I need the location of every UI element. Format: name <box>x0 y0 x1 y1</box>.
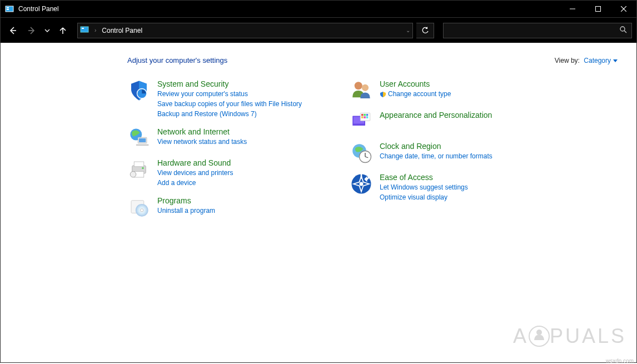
svg-point-42 <box>360 182 364 186</box>
svg-rect-1 <box>7 7 9 8</box>
svg-line-12 <box>624 31 626 33</box>
link-system-security[interactable]: System and Security <box>157 79 302 89</box>
svg-rect-36 <box>366 116 369 118</box>
link-appearance[interactable]: Appearance and Personalization <box>380 110 492 120</box>
control-panel-icon <box>80 25 89 36</box>
breadcrumb-location[interactable]: Control Panel <box>102 27 142 34</box>
svg-rect-2 <box>7 9 9 10</box>
refresh-button[interactable] <box>416 23 434 38</box>
link-network-status[interactable]: View network status and tasks <box>157 137 247 147</box>
address-dropdown-icon[interactable]: ⌄ <box>406 27 410 33</box>
svg-rect-9 <box>81 27 88 32</box>
category-hardware: Hardware and Sound View devices and prin… <box>127 158 316 188</box>
control-panel-icon <box>5 4 14 13</box>
svg-rect-33 <box>366 114 369 116</box>
link-network-internet[interactable]: Network and Internet <box>157 127 247 137</box>
link-hardware-sound[interactable]: Hardware and Sound <box>157 158 233 168</box>
appearance-icon <box>350 110 373 133</box>
link-change-date-time[interactable]: Change date, time, or number formats <box>380 152 492 161</box>
printer-icon <box>127 158 151 181</box>
link-review-status[interactable]: Review your computer's status <box>157 89 302 99</box>
svg-rect-4 <box>596 7 601 12</box>
page-heading: Adjust your computer's settings <box>127 56 555 64</box>
svg-rect-19 <box>134 162 144 167</box>
link-clock-region[interactable]: Clock and Region <box>380 141 492 151</box>
svg-point-27 <box>362 84 369 91</box>
control-panel-window: Control Panel › Control Panel ⌄ Adjust y… <box>0 0 637 363</box>
category-programs: Programs Uninstall a program <box>127 196 316 219</box>
globe-network-icon <box>127 127 151 150</box>
back-button[interactable] <box>5 23 21 38</box>
link-devices-printers[interactable]: View devices and printers <box>157 168 233 178</box>
svg-rect-17 <box>136 144 149 146</box>
svg-point-26 <box>355 82 362 89</box>
uac-shield-icon <box>380 91 386 98</box>
svg-point-22 <box>130 172 136 178</box>
category-ease-of-access: Ease of Access Let Windows suggest setti… <box>350 172 539 202</box>
view-by-label: View by: <box>555 57 580 64</box>
watermark-brand: A PUALS <box>513 325 626 348</box>
link-programs[interactable]: Programs <box>157 196 215 206</box>
chevron-right-icon: › <box>94 27 96 33</box>
address-bar[interactable]: › Control Panel ⌄ <box>77 23 413 38</box>
ease-of-access-icon <box>350 172 373 196</box>
watermark-site: wsxdn.com <box>606 358 634 364</box>
close-button[interactable] <box>611 1 636 17</box>
category-clock-region: Clock and Region Change date, time, or n… <box>350 141 539 164</box>
svg-point-44 <box>536 330 542 335</box>
link-optimize-display[interactable]: Optimize visual display <box>380 193 468 202</box>
link-suggest-settings[interactable]: Let Windows suggest settings <box>380 183 468 192</box>
chevron-down-icon <box>613 59 618 62</box>
titlebar: Control Panel <box>1 1 636 17</box>
svg-rect-10 <box>82 28 84 29</box>
svg-point-21 <box>142 167 144 169</box>
svg-rect-35 <box>364 116 366 118</box>
view-by-value[interactable]: Category <box>584 57 611 64</box>
clock-globe-icon <box>350 141 373 164</box>
category-system-security: System and Security Review your computer… <box>127 79 316 119</box>
content-area: Adjust your computer's settings View by:… <box>1 43 636 362</box>
programs-disc-icon <box>127 196 151 219</box>
link-backup-restore[interactable]: Backup and Restore (Windows 7) <box>157 109 302 119</box>
link-uninstall[interactable]: Uninstall a program <box>157 206 215 216</box>
svg-point-11 <box>620 27 625 31</box>
svg-point-25 <box>141 209 143 212</box>
svg-rect-16 <box>139 138 146 142</box>
category-user-accounts: User Accounts Change account type <box>350 79 539 102</box>
search-input[interactable] <box>448 27 619 34</box>
link-ease-of-access[interactable]: Ease of Access <box>380 172 468 182</box>
svg-rect-31 <box>361 114 364 116</box>
user-accounts-icon <box>350 79 373 102</box>
recent-locations-button[interactable] <box>43 23 52 38</box>
svg-rect-34 <box>361 116 364 118</box>
link-add-device[interactable]: Add a device <box>157 178 233 188</box>
svg-rect-32 <box>364 114 366 116</box>
link-user-accounts[interactable]: User Accounts <box>380 79 451 89</box>
up-button[interactable] <box>55 23 71 38</box>
link-file-history[interactable]: Save backup copies of your files with Fi… <box>157 99 302 109</box>
maximize-button[interactable] <box>585 1 611 17</box>
left-column: System and Security Review your computer… <box>127 79 316 219</box>
link-change-account-type[interactable]: Change account type <box>380 89 451 99</box>
search-icon[interactable] <box>619 26 627 35</box>
category-network: Network and Internet View network status… <box>127 127 316 150</box>
navigation-bar: › Control Panel ⌄ <box>1 17 636 43</box>
forward-button[interactable] <box>24 23 39 38</box>
right-column: User Accounts Change account type Appear… <box>350 79 539 219</box>
view-by-control[interactable]: View by: Category <box>555 57 618 64</box>
window-title: Control Panel <box>18 5 560 13</box>
category-appearance: Appearance and Personalization <box>350 110 539 133</box>
search-box[interactable] <box>443 23 632 38</box>
minimize-button[interactable] <box>560 1 585 17</box>
shield-icon <box>127 79 151 102</box>
